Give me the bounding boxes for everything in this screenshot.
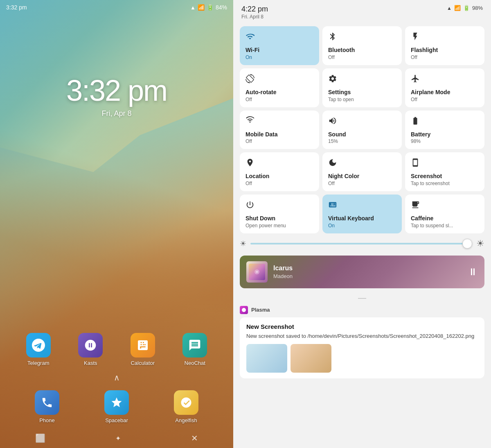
plasma-icon <box>240 306 248 314</box>
qs-tile-flashlight[interactable]: FlashlightOff <box>405 26 484 65</box>
qs-tile-wifi[interactable]: Wi-FiOn <box>240 26 319 65</box>
nav-close-icon[interactable]: ✕ <box>191 433 198 443</box>
brightness-row: ☀ ☀ <box>233 233 491 252</box>
mobiledata-label: Mobile Data <box>246 131 313 138</box>
notification-panel: 4:22 pm Fri. April 8 ▲ 📶 🔋 98% Wi-FiOnBl… <box>233 0 491 448</box>
lock-date: Fri, Apr 8 <box>0 109 233 118</box>
screenshot-icon <box>411 158 479 170</box>
app-neochat[interactable]: NeoChat <box>182 333 207 366</box>
battery-label: Battery <box>411 131 479 138</box>
nightcolor-label: Night Color <box>328 173 396 180</box>
kasts-label: Kasts <box>84 360 97 366</box>
qs-tile-settings[interactable]: SettingsTap to open <box>322 68 402 107</box>
wifi-icon-left: 📶 <box>198 4 205 11</box>
status-icons-left: ▲ 📶 🔋 84% <box>190 4 227 11</box>
right-status-icons: ▲ 📶 🔋 98% <box>447 5 483 11</box>
autorotate-label: Auto-rotate <box>246 89 313 96</box>
phone-label: Phone <box>39 417 55 423</box>
status-bar-left: 3:32 pm ▲ 📶 🔋 84% <box>6 4 227 11</box>
qs-tile-location[interactable]: LocationOff <box>240 152 319 191</box>
screenshot-label: Screenshot <box>411 173 479 180</box>
brightness-slider[interactable] <box>250 243 472 244</box>
brightness-thumb[interactable] <box>462 239 472 249</box>
calculator-icon <box>131 333 155 357</box>
screenshot-status: Tap to screenshot <box>411 181 479 186</box>
app-calculator[interactable]: Calculator <box>131 333 155 366</box>
telegram-icon <box>26 333 51 357</box>
flashlight-icon <box>411 32 479 43</box>
qs-tile-bluetooth[interactable]: BluetoothOff <box>322 26 402 65</box>
qs-tile-caffeine[interactable]: CaffeineTap to suspend sl... <box>405 195 484 233</box>
caffeine-label: Caffeine <box>411 215 479 222</box>
caffeine-icon <box>411 200 479 212</box>
spacebar-label: Spacebar <box>105 417 128 423</box>
qs-tile-airplane[interactable]: Airplane ModeOff <box>405 68 484 107</box>
lock-time-block: 3:32 pm Fri, Apr 8 <box>0 74 233 118</box>
virtualkeyboard-label: Virtual Keyboard <box>328 215 396 222</box>
app-phone[interactable]: Phone <box>35 390 59 423</box>
nav-bar: ⬜ ✦ ✕ <box>0 433 233 443</box>
notif-app-name: Plasma <box>251 307 270 313</box>
neochat-icon <box>182 333 207 357</box>
virtualkeyboard-icon <box>328 200 396 212</box>
qs-tile-mobiledata[interactable]: Mobile DataOff <box>240 111 319 149</box>
settings-label: Settings <box>328 89 396 96</box>
qs-tile-shutdown[interactable]: Shut DownOpen power menu <box>240 195 319 233</box>
lock-clock: 3:32 pm <box>0 74 233 107</box>
qs-tile-sound[interactable]: Sound15% <box>322 111 402 149</box>
svg-point-3 <box>242 308 246 312</box>
media-info: Icarus Madeon <box>273 265 462 279</box>
autorotate-icon <box>246 74 313 86</box>
angelfish-icon <box>174 390 198 415</box>
location-icon <box>246 158 313 170</box>
svg-point-2 <box>256 271 258 273</box>
app-kasts[interactable]: Kasts <box>78 333 103 366</box>
notification-section: Plasma New Screenshot New screenshot sav… <box>233 304 491 378</box>
nightcolor-status: Off <box>328 181 396 186</box>
airplane-label: Airplane Mode <box>411 89 479 96</box>
location-status: Off <box>246 181 313 186</box>
calculator-label: Calculator <box>131 360 155 366</box>
kasts-icon <box>78 333 103 357</box>
qs-tile-nightcolor[interactable]: Night ColorOff <box>322 152 402 191</box>
time-block: 4:22 pm Fri. April 8 <box>241 5 268 20</box>
screenshot-thumb-1 <box>246 344 287 373</box>
notif-card: New Screenshot New screenshot saved to /… <box>240 317 484 378</box>
mobiledata-icon <box>246 116 313 128</box>
flashlight-label: Flashlight <box>411 47 479 54</box>
phone-icon <box>35 390 59 415</box>
nav-square-icon[interactable]: ⬜ <box>35 433 45 443</box>
sound-label: Sound <box>328 131 396 138</box>
notif-images <box>246 344 478 373</box>
qs-tile-screenshot[interactable]: ScreenshotTap to screenshot <box>405 152 484 191</box>
bluetooth-label: Bluetooth <box>328 47 396 54</box>
bluetooth-status: Off <box>328 54 396 60</box>
telegram-label: Telegram <box>27 360 49 366</box>
wifi-status: On <box>246 54 313 60</box>
media-pause-button[interactable]: ⏸ <box>468 266 478 278</box>
flashlight-status: Off <box>411 54 479 60</box>
dock: Phone Spacebar Angelfish <box>12 390 221 423</box>
shutdown-label: Shut Down <box>246 215 313 222</box>
panel-date: Fri. April 8 <box>241 14 268 20</box>
shutdown-icon <box>246 200 313 212</box>
app-spacebar[interactable]: Spacebar <box>104 390 129 423</box>
nav-dots-icon[interactable]: ✦ <box>115 434 121 442</box>
spacebar-icon <box>104 390 129 415</box>
qs-tile-autorotate[interactable]: Auto-rotateOff <box>240 68 319 107</box>
panel-time: 4:22 pm <box>241 5 268 14</box>
caffeine-status: Tap to suspend sl... <box>411 223 479 229</box>
shutdown-status: Open power menu <box>246 223 313 229</box>
media-album-art <box>246 261 268 283</box>
app-angelfish[interactable]: Angelfish <box>174 390 198 423</box>
battery-right-percent: 98% <box>472 5 483 11</box>
signal-right-icon: ▲ <box>447 5 452 11</box>
status-bar-right: 4:22 pm Fri. April 8 ▲ 📶 🔋 98% <box>233 0 491 23</box>
qs-tile-virtualkeyboard[interactable]: Virtual KeyboardOn <box>322 195 402 233</box>
app-telegram[interactable]: Telegram <box>26 333 51 366</box>
qs-tile-battery[interactable]: Battery98% <box>405 111 484 149</box>
notif-title: New Screenshot <box>246 323 478 330</box>
location-label: Location <box>246 173 313 180</box>
media-artist: Madeon <box>273 273 462 279</box>
settings-icon <box>328 74 396 86</box>
